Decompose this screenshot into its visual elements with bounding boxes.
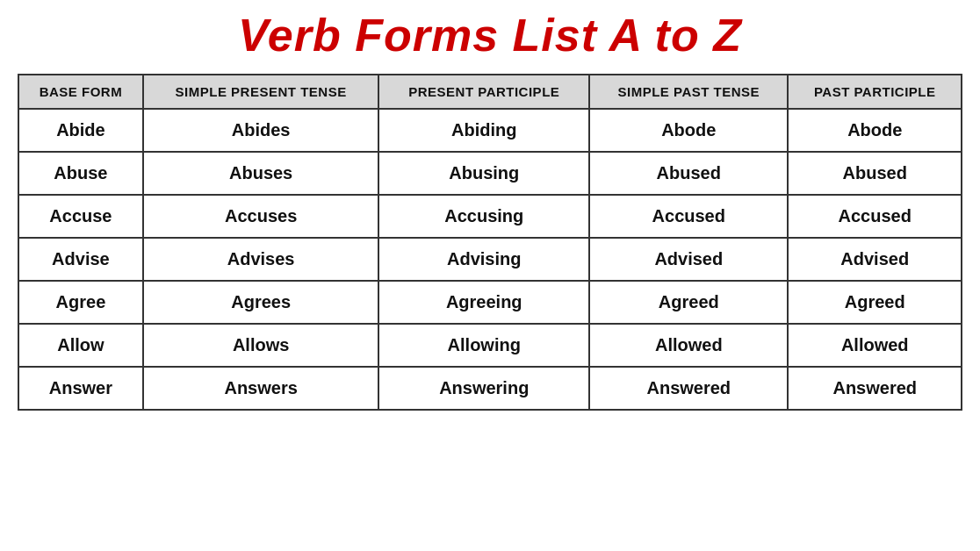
- table-cell-6-2: Answering: [378, 367, 589, 410]
- table-cell-4-2: Agreeing: [378, 281, 589, 324]
- table-cell-1-3: Abused: [589, 152, 788, 195]
- table-row: AllowAllowsAllowingAllowedAllowed: [18, 324, 962, 367]
- table-cell-3-3: Advised: [589, 238, 788, 281]
- table-cell-1-2: Abusing: [378, 152, 589, 195]
- table-cell-1-0: Abuse: [18, 152, 143, 195]
- table-row: AdviseAdvisesAdvisingAdvisedAdvised: [18, 238, 962, 281]
- table-cell-1-4: Abused: [788, 152, 962, 195]
- table-cell-4-0: Agree: [18, 281, 143, 324]
- table-cell-0-4: Abode: [788, 109, 962, 152]
- table-cell-4-1: Agrees: [143, 281, 379, 324]
- column-header-0: BASE FORM: [18, 75, 143, 109]
- column-header-3: SIMPLE PAST TENSE: [589, 75, 788, 109]
- table-cell-4-4: Agreed: [788, 281, 962, 324]
- table-cell-3-0: Advise: [18, 238, 143, 281]
- table-row: AbideAbidesAbidingAbodeAbode: [18, 109, 962, 152]
- table-row: AbuseAbusesAbusingAbusedAbused: [18, 152, 962, 195]
- column-header-2: PRESENT PARTICIPLE: [378, 75, 589, 109]
- table-cell-0-2: Abiding: [378, 109, 589, 152]
- table-cell-5-0: Allow: [18, 324, 143, 367]
- table-cell-2-2: Accusing: [378, 195, 589, 238]
- column-header-1: SIMPLE PRESENT TENSE: [143, 75, 379, 109]
- table-cell-1-1: Abuses: [143, 152, 379, 195]
- column-header-4: PAST PARTICIPLE: [788, 75, 962, 109]
- table-row: AccuseAccusesAccusingAccusedAccused: [18, 195, 962, 238]
- table-cell-5-1: Allows: [143, 324, 379, 367]
- table-cell-2-3: Accused: [589, 195, 788, 238]
- table-row: AnswerAnswersAnsweringAnsweredAnswered: [18, 367, 962, 410]
- table-cell-0-1: Abides: [143, 109, 379, 152]
- table-cell-6-3: Answered: [589, 367, 788, 410]
- table-cell-2-4: Accused: [788, 195, 962, 238]
- table-cell-5-2: Allowing: [378, 324, 589, 367]
- table-cell-3-4: Advised: [788, 238, 962, 281]
- table-cell-0-0: Abide: [18, 109, 143, 152]
- table-header-row: BASE FORMSIMPLE PRESENT TENSEPRESENT PAR…: [18, 75, 962, 109]
- table-cell-4-3: Agreed: [589, 281, 788, 324]
- page-title: Verb Forms List A to Z: [238, 9, 742, 61]
- table-cell-6-4: Answered: [788, 367, 962, 410]
- table-cell-3-1: Advises: [143, 238, 379, 281]
- table-cell-5-3: Allowed: [589, 324, 788, 367]
- table-cell-6-1: Answers: [143, 367, 379, 410]
- table-cell-3-2: Advising: [378, 238, 589, 281]
- table-row: AgreeAgreesAgreeingAgreedAgreed: [18, 281, 962, 324]
- table-cell-0-3: Abode: [589, 109, 788, 152]
- table-cell-5-4: Allowed: [788, 324, 962, 367]
- table-cell-2-0: Accuse: [18, 195, 143, 238]
- table-cell-6-0: Answer: [18, 367, 143, 410]
- table-cell-2-1: Accuses: [143, 195, 379, 238]
- verb-forms-table: BASE FORMSIMPLE PRESENT TENSEPRESENT PAR…: [18, 74, 962, 411]
